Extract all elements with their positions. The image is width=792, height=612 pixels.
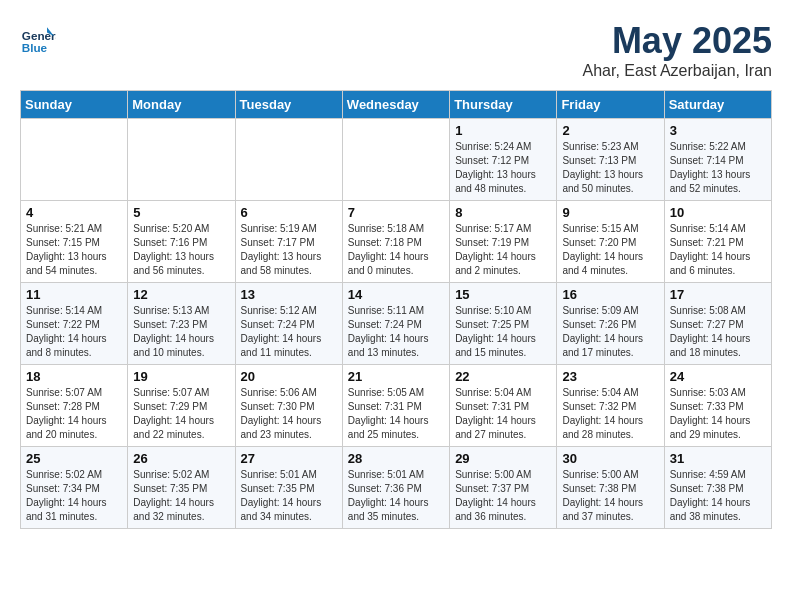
day-number: 4: [26, 205, 122, 220]
cell-content: Sunrise: 5:07 AM Sunset: 7:28 PM Dayligh…: [26, 386, 122, 442]
cell-content: Sunrise: 5:14 AM Sunset: 7:21 PM Dayligh…: [670, 222, 766, 278]
calendar-cell: 20Sunrise: 5:06 AM Sunset: 7:30 PM Dayli…: [235, 365, 342, 447]
cell-content: Sunrise: 5:09 AM Sunset: 7:26 PM Dayligh…: [562, 304, 658, 360]
calendar-cell: 26Sunrise: 5:02 AM Sunset: 7:35 PM Dayli…: [128, 447, 235, 529]
calendar-cell: 22Sunrise: 5:04 AM Sunset: 7:31 PM Dayli…: [450, 365, 557, 447]
day-number: 22: [455, 369, 551, 384]
title-section: May 2025 Ahar, East Azerbaijan, Iran: [583, 20, 772, 80]
calendar-week-row: 11Sunrise: 5:14 AM Sunset: 7:22 PM Dayli…: [21, 283, 772, 365]
calendar-subtitle: Ahar, East Azerbaijan, Iran: [583, 62, 772, 80]
day-number: 28: [348, 451, 444, 466]
calendar-table: SundayMondayTuesdayWednesdayThursdayFrid…: [20, 90, 772, 529]
cell-content: Sunrise: 5:17 AM Sunset: 7:19 PM Dayligh…: [455, 222, 551, 278]
cell-content: Sunrise: 5:01 AM Sunset: 7:35 PM Dayligh…: [241, 468, 337, 524]
cell-content: Sunrise: 5:20 AM Sunset: 7:16 PM Dayligh…: [133, 222, 229, 278]
weekday-header-tuesday: Tuesday: [235, 91, 342, 119]
calendar-cell: 25Sunrise: 5:02 AM Sunset: 7:34 PM Dayli…: [21, 447, 128, 529]
cell-content: Sunrise: 4:59 AM Sunset: 7:38 PM Dayligh…: [670, 468, 766, 524]
day-number: 18: [26, 369, 122, 384]
calendar-week-row: 18Sunrise: 5:07 AM Sunset: 7:28 PM Dayli…: [21, 365, 772, 447]
calendar-cell: [342, 119, 449, 201]
cell-content: Sunrise: 5:10 AM Sunset: 7:25 PM Dayligh…: [455, 304, 551, 360]
calendar-cell: [128, 119, 235, 201]
calendar-title: May 2025: [583, 20, 772, 62]
calendar-cell: 23Sunrise: 5:04 AM Sunset: 7:32 PM Dayli…: [557, 365, 664, 447]
cell-content: Sunrise: 5:23 AM Sunset: 7:13 PM Dayligh…: [562, 140, 658, 196]
cell-content: Sunrise: 5:19 AM Sunset: 7:17 PM Dayligh…: [241, 222, 337, 278]
calendar-cell: 21Sunrise: 5:05 AM Sunset: 7:31 PM Dayli…: [342, 365, 449, 447]
cell-content: Sunrise: 5:13 AM Sunset: 7:23 PM Dayligh…: [133, 304, 229, 360]
day-number: 21: [348, 369, 444, 384]
cell-content: Sunrise: 5:06 AM Sunset: 7:30 PM Dayligh…: [241, 386, 337, 442]
cell-content: Sunrise: 5:04 AM Sunset: 7:32 PM Dayligh…: [562, 386, 658, 442]
day-number: 3: [670, 123, 766, 138]
cell-content: Sunrise: 5:07 AM Sunset: 7:29 PM Dayligh…: [133, 386, 229, 442]
weekday-header-wednesday: Wednesday: [342, 91, 449, 119]
weekday-header-row: SundayMondayTuesdayWednesdayThursdayFrid…: [21, 91, 772, 119]
calendar-cell: 11Sunrise: 5:14 AM Sunset: 7:22 PM Dayli…: [21, 283, 128, 365]
weekday-header-sunday: Sunday: [21, 91, 128, 119]
day-number: 2: [562, 123, 658, 138]
calendar-cell: 19Sunrise: 5:07 AM Sunset: 7:29 PM Dayli…: [128, 365, 235, 447]
calendar-cell: 9Sunrise: 5:15 AM Sunset: 7:20 PM Daylig…: [557, 201, 664, 283]
day-number: 19: [133, 369, 229, 384]
cell-content: Sunrise: 5:11 AM Sunset: 7:24 PM Dayligh…: [348, 304, 444, 360]
day-number: 23: [562, 369, 658, 384]
cell-content: Sunrise: 5:05 AM Sunset: 7:31 PM Dayligh…: [348, 386, 444, 442]
page-header: General Blue May 2025 Ahar, East Azerbai…: [20, 20, 772, 80]
calendar-cell: [235, 119, 342, 201]
weekday-header-thursday: Thursday: [450, 91, 557, 119]
calendar-cell: 5Sunrise: 5:20 AM Sunset: 7:16 PM Daylig…: [128, 201, 235, 283]
day-number: 16: [562, 287, 658, 302]
calendar-week-row: 25Sunrise: 5:02 AM Sunset: 7:34 PM Dayli…: [21, 447, 772, 529]
calendar-cell: 12Sunrise: 5:13 AM Sunset: 7:23 PM Dayli…: [128, 283, 235, 365]
calendar-cell: 17Sunrise: 5:08 AM Sunset: 7:27 PM Dayli…: [664, 283, 771, 365]
day-number: 12: [133, 287, 229, 302]
cell-content: Sunrise: 5:15 AM Sunset: 7:20 PM Dayligh…: [562, 222, 658, 278]
day-number: 29: [455, 451, 551, 466]
logo: General Blue: [20, 20, 60, 56]
calendar-cell: 27Sunrise: 5:01 AM Sunset: 7:35 PM Dayli…: [235, 447, 342, 529]
calendar-header: SundayMondayTuesdayWednesdayThursdayFrid…: [21, 91, 772, 119]
day-number: 27: [241, 451, 337, 466]
calendar-cell: 14Sunrise: 5:11 AM Sunset: 7:24 PM Dayli…: [342, 283, 449, 365]
logo-icon: General Blue: [20, 20, 56, 56]
calendar-cell: 30Sunrise: 5:00 AM Sunset: 7:38 PM Dayli…: [557, 447, 664, 529]
calendar-week-row: 1Sunrise: 5:24 AM Sunset: 7:12 PM Daylig…: [21, 119, 772, 201]
calendar-cell: 4Sunrise: 5:21 AM Sunset: 7:15 PM Daylig…: [21, 201, 128, 283]
calendar-cell: [21, 119, 128, 201]
day-number: 11: [26, 287, 122, 302]
weekday-header-monday: Monday: [128, 91, 235, 119]
cell-content: Sunrise: 5:21 AM Sunset: 7:15 PM Dayligh…: [26, 222, 122, 278]
calendar-week-row: 4Sunrise: 5:21 AM Sunset: 7:15 PM Daylig…: [21, 201, 772, 283]
day-number: 8: [455, 205, 551, 220]
cell-content: Sunrise: 5:22 AM Sunset: 7:14 PM Dayligh…: [670, 140, 766, 196]
calendar-cell: 8Sunrise: 5:17 AM Sunset: 7:19 PM Daylig…: [450, 201, 557, 283]
calendar-cell: 18Sunrise: 5:07 AM Sunset: 7:28 PM Dayli…: [21, 365, 128, 447]
day-number: 13: [241, 287, 337, 302]
day-number: 17: [670, 287, 766, 302]
calendar-cell: 1Sunrise: 5:24 AM Sunset: 7:12 PM Daylig…: [450, 119, 557, 201]
cell-content: Sunrise: 5:03 AM Sunset: 7:33 PM Dayligh…: [670, 386, 766, 442]
calendar-cell: 3Sunrise: 5:22 AM Sunset: 7:14 PM Daylig…: [664, 119, 771, 201]
cell-content: Sunrise: 5:08 AM Sunset: 7:27 PM Dayligh…: [670, 304, 766, 360]
day-number: 25: [26, 451, 122, 466]
cell-content: Sunrise: 5:18 AM Sunset: 7:18 PM Dayligh…: [348, 222, 444, 278]
cell-content: Sunrise: 5:12 AM Sunset: 7:24 PM Dayligh…: [241, 304, 337, 360]
day-number: 30: [562, 451, 658, 466]
weekday-header-saturday: Saturday: [664, 91, 771, 119]
cell-content: Sunrise: 5:01 AM Sunset: 7:36 PM Dayligh…: [348, 468, 444, 524]
day-number: 20: [241, 369, 337, 384]
calendar-cell: 15Sunrise: 5:10 AM Sunset: 7:25 PM Dayli…: [450, 283, 557, 365]
weekday-header-friday: Friday: [557, 91, 664, 119]
day-number: 7: [348, 205, 444, 220]
cell-content: Sunrise: 5:02 AM Sunset: 7:34 PM Dayligh…: [26, 468, 122, 524]
day-number: 5: [133, 205, 229, 220]
calendar-cell: 29Sunrise: 5:00 AM Sunset: 7:37 PM Dayli…: [450, 447, 557, 529]
calendar-cell: 31Sunrise: 4:59 AM Sunset: 7:38 PM Dayli…: [664, 447, 771, 529]
cell-content: Sunrise: 5:00 AM Sunset: 7:38 PM Dayligh…: [562, 468, 658, 524]
day-number: 6: [241, 205, 337, 220]
day-number: 31: [670, 451, 766, 466]
day-number: 24: [670, 369, 766, 384]
cell-content: Sunrise: 5:14 AM Sunset: 7:22 PM Dayligh…: [26, 304, 122, 360]
